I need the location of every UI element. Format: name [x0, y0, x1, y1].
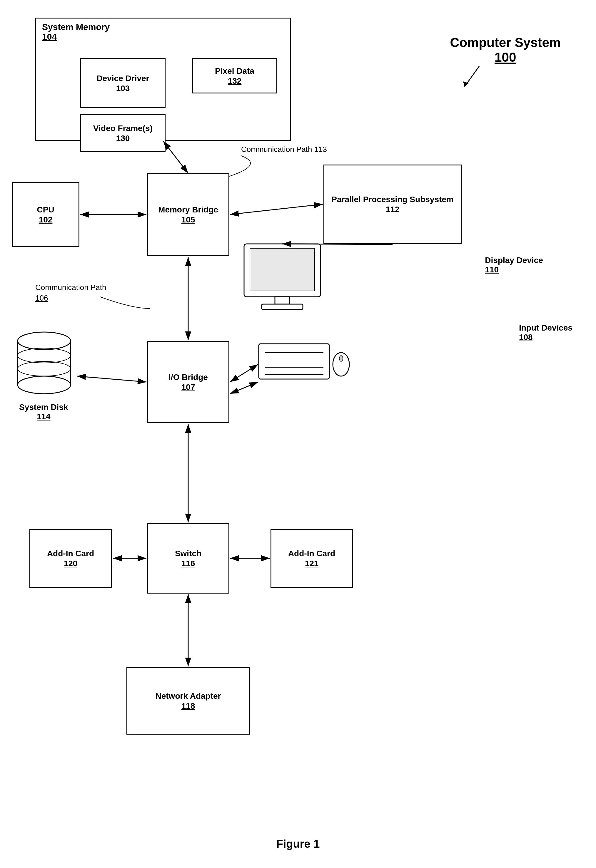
memory-bridge-label: Memory Bridge	[158, 205, 218, 215]
add-in-121-number: 121	[305, 559, 319, 568]
svg-rect-11	[259, 344, 329, 379]
pps-number: 112	[386, 205, 399, 214]
svg-rect-10	[262, 304, 303, 309]
svg-point-18	[339, 356, 343, 362]
add-in-121-box: Add-In Card 121	[271, 529, 353, 588]
svg-point-4	[18, 376, 71, 394]
cpu-number: 102	[39, 215, 53, 224]
add-in-120-label: Add-In Card	[47, 548, 94, 559]
memory-bridge-number: 105	[182, 215, 195, 224]
cpu-box: CPU 102	[12, 182, 79, 247]
pixel-data-label: Pixel Data	[215, 66, 254, 77]
diagram-container: Computer System 100 System Memory 104 De…	[0, 0, 596, 868]
add-in-120-number: 120	[64, 559, 78, 568]
system-memory-number: 104	[42, 32, 57, 42]
pixel-data-box: Pixel Data 132	[192, 58, 277, 93]
video-frames-label: Video Frame(s)	[93, 123, 152, 134]
video-frames-number: 130	[116, 134, 130, 143]
cs-label-text: Computer System	[450, 35, 561, 50]
input-devices-label: Input Devices 108	[519, 323, 572, 342]
io-bridge-number: 107	[182, 382, 195, 392]
system-memory-box: System Memory 104 Device Driver 103 Pixe…	[35, 18, 291, 141]
svg-rect-9	[275, 297, 290, 304]
svg-line-28	[230, 382, 258, 394]
svg-rect-8	[250, 248, 315, 291]
device-driver-number: 103	[116, 84, 130, 93]
switch-number: 116	[182, 559, 195, 568]
display-device-label: Display Device 110	[485, 255, 543, 275]
network-adapter-label: Network Adapter	[155, 691, 221, 701]
device-driver-box: Device Driver 103	[80, 58, 166, 108]
comm-path-106-label: Communication Path 106	[35, 282, 106, 304]
svg-line-23	[230, 204, 323, 214]
display-device-icon	[241, 241, 324, 311]
svg-line-26	[77, 376, 146, 382]
pixel-data-number: 132	[228, 77, 242, 86]
comm-path-113-label: Communication Path 113	[241, 144, 327, 155]
cpu-label: CPU	[37, 205, 54, 215]
network-adapter-box: Network Adapter 118	[126, 667, 250, 735]
system-disk-icon	[12, 323, 77, 397]
add-in-120-box: Add-In Card 120	[30, 529, 112, 588]
svg-point-3	[18, 332, 71, 350]
network-adapter-number: 118	[182, 701, 195, 711]
video-frames-box: Video Frame(s) 130	[80, 114, 166, 152]
add-in-121-label: Add-In Card	[288, 548, 335, 559]
system-memory-label: System Memory	[42, 22, 110, 32]
system-disk-label: System Disk	[19, 403, 68, 412]
figure-label: Figure 1	[277, 838, 320, 850]
device-driver-label: Device Driver	[96, 73, 149, 84]
system-disk-number: 114	[19, 412, 68, 421]
memory-bridge-box: Memory Bridge 105	[147, 173, 229, 255]
svg-line-27	[230, 365, 258, 382]
io-bridge-label: I/O Bridge	[169, 372, 208, 382]
input-devices-icon	[256, 335, 350, 394]
io-bridge-box: I/O Bridge 107	[147, 341, 229, 423]
cs-number: 100	[495, 50, 516, 64]
switch-label: Switch	[175, 548, 201, 559]
svg-line-21	[163, 141, 188, 173]
computer-system-label: Computer System 100	[450, 35, 561, 90]
pps-box: Parallel Processing Subsystem 112	[324, 165, 461, 244]
pps-label: Parallel Processing Subsystem	[331, 194, 454, 205]
switch-box: Switch 116	[147, 523, 229, 593]
system-disk-label-group: System Disk 114	[19, 403, 68, 421]
